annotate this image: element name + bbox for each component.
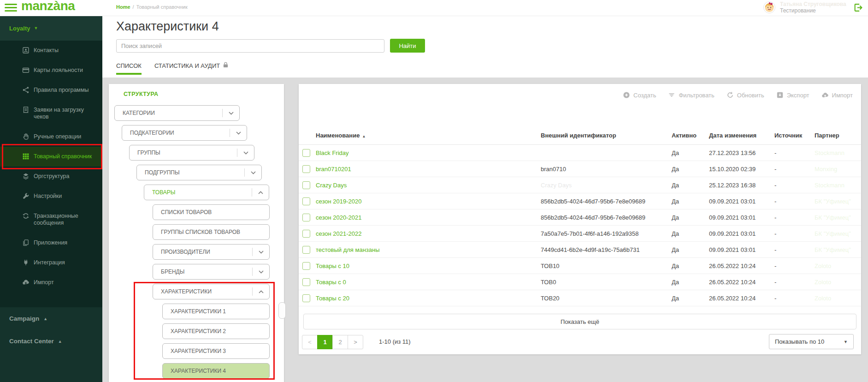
pagination-page-2[interactable]: 2 — [332, 335, 348, 349]
sidebar-item-0[interactable]: Контакты — [0, 41, 102, 60]
tab-statistics-audit[interactable]: СТАТИСТИКА И АУДИТ — [154, 62, 228, 75]
structure-scrollbar[interactable] — [278, 302, 286, 319]
row-name-link[interactable]: тестовый для манзаны — [316, 246, 541, 253]
show-more-button[interactable]: Показать ещё — [303, 314, 856, 329]
row-name-link[interactable]: Товары с 0 — [316, 279, 541, 286]
tree-node-характеристики[interactable]: ХАРАКТЕРИСТИКИ — [153, 284, 270, 299]
tree-node-производители[interactable]: ПРОИЗВОДИТЕЛИ — [153, 244, 270, 260]
toolbar-button-2[interactable]: Обновить — [726, 91, 764, 99]
row-name-link[interactable]: Crazy Days — [316, 182, 541, 189]
hamburger-menu-icon[interactable] — [5, 4, 17, 12]
toolbar-button-4[interactable]: Импорт — [821, 91, 853, 99]
row-name-link[interactable]: сезон 2020-2021 — [316, 214, 541, 221]
row-name-link[interactable]: сезон 2019-2020 — [316, 198, 541, 205]
sidebar-item-9[interactable]: Приложения — [0, 233, 102, 253]
toolbar-button-3[interactable]: Экспорт — [776, 91, 809, 99]
chevron-down-icon[interactable] — [237, 151, 254, 155]
chevron-up-icon[interactable] — [253, 290, 269, 293]
pagination-prev-button[interactable]: < — [302, 335, 318, 349]
tree-node-характеристики-2[interactable]: ХАРАКТЕРИСТИКИ 2 — [162, 323, 270, 339]
avatar[interactable] — [763, 1, 775, 13]
sidebar-item-3[interactable]: Заявки на загрузку чеков — [0, 100, 102, 127]
user-info[interactable]: Татьяна Струговщикова Тестирование — [780, 1, 846, 14]
tree-node-характеристики-1[interactable]: ХАРАКТЕРИСТИКИ 1 — [162, 304, 270, 319]
toolbar-button-1[interactable]: Фильтровать — [668, 91, 714, 99]
sidebar-item-10[interactable]: Интеграция — [0, 253, 102, 273]
tree-node-бренды[interactable]: БРЕНДЫ — [153, 264, 270, 280]
tree-node-label: БРЕНДЫ — [161, 269, 252, 275]
row-checkbox[interactable] — [302, 214, 310, 221]
search-input[interactable] — [116, 39, 384, 53]
column-header-label: Источник — [774, 132, 802, 139]
tree-node-категории[interactable]: КАТЕГОРИИ — [114, 105, 240, 121]
sidebar-item-8[interactable]: Транзакционные сообщения — [0, 206, 102, 233]
breadcrumb-current: Товарный справочник — [136, 4, 188, 10]
chevron-down-icon[interactable] — [253, 251, 269, 254]
sidebar-item-6[interactable]: Оргструктура — [0, 167, 102, 186]
column-header-2[interactable]: Активно — [672, 132, 709, 139]
toolbar-button-0[interactable]: Создать — [623, 91, 656, 99]
sidebar-item-label: Интеграция — [34, 259, 65, 266]
row-checkbox[interactable] — [302, 262, 310, 270]
row-checkbox[interactable] — [302, 294, 310, 302]
row-partner-redacted: Zoloto — [815, 279, 861, 286]
search-button[interactable]: Найти — [390, 39, 425, 53]
row-checkbox[interactable] — [302, 165, 310, 173]
row-checkbox[interactable] — [302, 230, 310, 238]
row-checkbox[interactable] — [302, 149, 310, 157]
refresh-icon — [726, 91, 734, 99]
tree-node-группы[interactable]: ГРУППЫ — [129, 145, 254, 161]
row-name-link[interactable]: bran0710201 — [316, 166, 541, 173]
row-modified-date: 25.12.2023 16:38 — [709, 182, 774, 189]
column-header-0[interactable]: Наименование▲ — [316, 132, 541, 139]
tab-list[interactable]: СПИСОК — [116, 62, 142, 75]
sidebar-section-loyalty[interactable]: Loyalty ▼ — [0, 16, 102, 41]
row-name-link[interactable]: Товары с 20 — [316, 295, 541, 302]
row-name-link[interactable]: Товары с 10 — [316, 263, 541, 269]
row-name-link[interactable]: сезон 2021-2022 — [316, 230, 541, 237]
sidebar-item-4[interactable]: Ручные операции — [0, 127, 102, 147]
row-name-link[interactable]: Black Friday — [316, 149, 541, 156]
row-external-id: 856b2db5-4024-46d7-95b6-7e8e09689 — [541, 214, 672, 221]
logout-icon[interactable] — [853, 3, 863, 14]
sidebar-section-campaign[interactable]: Campaign ▲ — [0, 307, 102, 330]
chevron-down-icon[interactable] — [230, 131, 247, 135]
sidebar-item-7[interactable]: Настройки — [0, 186, 102, 206]
loyalty-card-icon — [22, 66, 30, 74]
pagination-next-button[interactable]: > — [348, 335, 363, 349]
column-header-4[interactable]: Источник — [774, 132, 815, 139]
tree-node-label: ПОДКАТЕГОРИИ — [130, 130, 230, 136]
tree-node-списки-товаров[interactable]: СПИСКИ ТОВАРОВ — [153, 204, 270, 220]
tree-node-группы-списков-товаров[interactable]: ГРУППЫ СПИСКОВ ТОВАРОВ — [153, 224, 270, 240]
row-checkbox[interactable] — [302, 181, 310, 189]
sidebar-item-5[interactable]: Товарный справочник — [0, 147, 102, 167]
tree-node-товары[interactable]: ТОВАРЫ — [144, 185, 269, 200]
row-modified-date: 27.12.2023 13:56 — [709, 149, 774, 156]
column-header-3[interactable]: Дата изменения — [709, 132, 774, 139]
chevron-up-icon[interactable] — [252, 191, 269, 194]
tree-node-характеристики-4[interactable]: ХАРАКТЕРИСТИКИ 4 — [162, 363, 270, 379]
chevron-down-icon[interactable] — [253, 270, 269, 274]
chevron-down-icon[interactable] — [245, 171, 261, 174]
sidebar-item-11[interactable]: Импорт — [0, 273, 102, 292]
breadcrumb-home-link[interactable]: Home — [116, 4, 130, 10]
page-size-select[interactable]: Показывать по 10 ▼ — [769, 334, 854, 349]
pagination-page-1[interactable]: 1 — [317, 335, 333, 349]
tree-node-подкатегории[interactable]: ПОДКАТЕГОРИИ — [122, 125, 247, 141]
tree-node-подгруппы[interactable]: ПОДГРУППЫ — [136, 165, 262, 180]
chevron-down-icon[interactable] — [223, 112, 239, 115]
sidebar-item-1[interactable]: Карты лояльности — [0, 60, 102, 80]
column-header-1[interactable]: Внешний идентификатор — [541, 132, 672, 139]
row-checkbox[interactable] — [302, 246, 310, 254]
row-checkbox[interactable] — [302, 278, 310, 286]
row-active: Да — [672, 263, 709, 269]
column-header-label: Наименование — [316, 132, 360, 139]
column-header-5[interactable]: Партнер — [815, 132, 861, 139]
sidebar-item-2[interactable]: Правила программы — [0, 80, 102, 100]
tree-node-характеристики-3[interactable]: ХАРАКТЕРИСТИКИ 3 — [162, 343, 270, 359]
row-source: - — [774, 263, 815, 269]
row-checkbox[interactable] — [302, 197, 310, 205]
sidebar-section-contact-center[interactable]: Contact Center ▲ — [0, 330, 102, 352]
table-toolbar: СоздатьФильтроватьОбновитьЭкспортИмпорт — [623, 91, 853, 99]
sidebar-item-label: Карты лояльности — [34, 67, 83, 74]
